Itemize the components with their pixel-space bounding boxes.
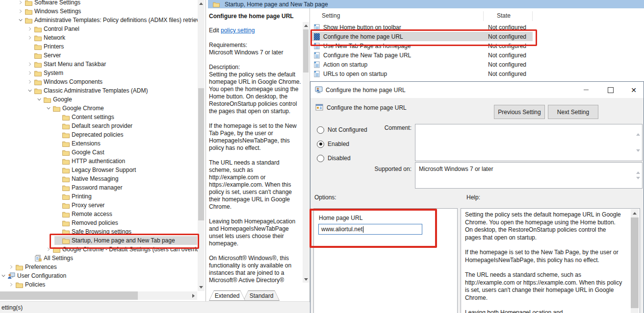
tree-item-label: Administrative Templates: Policy definit… (33, 17, 200, 24)
close-icon[interactable]: ✕ (624, 82, 643, 98)
column-divider[interactable] (532, 11, 533, 21)
tree-item[interactable]: Google (0, 95, 197, 104)
tree-item[interactable]: Windows Components (0, 77, 197, 86)
folder-icon (61, 193, 70, 200)
chevron-down-icon[interactable] (45, 106, 52, 111)
scroll-down-icon[interactable] (303, 276, 309, 283)
tree-item[interactable]: Password manager (0, 183, 197, 192)
tree-item[interactable]: Remote access (0, 210, 197, 218)
scrollbar-thumb[interactable] (303, 29, 309, 72)
policy-row[interactable]: Action on startupNot configured (310, 60, 644, 69)
tree-item[interactable]: Server (0, 51, 197, 60)
scroll-down-icon[interactable] (198, 284, 205, 291)
scroll-right-icon[interactable] (189, 291, 197, 300)
tree-item[interactable]: Extensions (0, 139, 197, 148)
next-setting-button[interactable]: Next Setting (548, 105, 598, 119)
comment-textarea[interactable] (415, 124, 643, 161)
tree-item[interactable]: Control Panel (0, 24, 197, 33)
tree-item[interactable]: Legacy Browser Support (0, 166, 197, 174)
tab-standard[interactable]: Standard (243, 290, 280, 301)
column-header-state[interactable]: State (497, 12, 511, 19)
tree-item[interactable]: Proxy server (0, 201, 197, 210)
tree-item[interactable]: All Settings (0, 254, 197, 263)
scrollbar-thumb[interactable] (0, 291, 138, 300)
policy-row[interactable]: Configure the home page URLNot configure… (310, 32, 644, 41)
tree-item[interactable]: Default search provider (0, 121, 197, 130)
scroll-up-icon[interactable] (303, 22, 309, 29)
chevron-right-icon[interactable] (45, 247, 52, 252)
radio-circle (317, 155, 324, 162)
chevron-down-icon[interactable] (26, 88, 33, 93)
tree-item[interactable]: System (0, 69, 197, 77)
scrollbar-thumb[interactable] (631, 217, 639, 308)
previous-setting-button[interactable]: Previous Setting (494, 105, 545, 119)
radio-disabled[interactable]: Disabled (317, 154, 351, 162)
tree-horizontal-scrollbar[interactable] (0, 291, 197, 300)
radio-enabled[interactable]: Enabled (317, 140, 349, 148)
tree-item[interactable]: Preferences (0, 263, 197, 271)
tree-item[interactable]: Start Menu and Taskbar (0, 60, 197, 69)
dialog-titlebar[interactable]: Configure the home page URL ✕ (310, 82, 644, 98)
chevron-right-icon[interactable] (26, 71, 33, 75)
maximize-icon[interactable] (601, 82, 620, 98)
chevron-down-icon[interactable] (36, 97, 43, 102)
chevron-right-icon[interactable] (8, 265, 15, 269)
tree-item[interactable]: Software Settings (0, 0, 197, 7)
policy-setting-dialog: Configure the home page URL ✕ Configure … (310, 81, 644, 313)
tree-item[interactable]: Google Chrome (0, 104, 197, 113)
tree-item[interactable]: Printers (0, 42, 197, 51)
setting-description: Edit policy setting Requirements: Micros… (209, 27, 302, 290)
selected-policy-icon (314, 33, 320, 40)
tab-extended[interactable]: Extended (209, 290, 245, 301)
scroll-up-icon[interactable] (636, 165, 640, 171)
help-scrollbar[interactable] (631, 209, 639, 313)
tree-item[interactable]: Network (0, 33, 197, 42)
tree-item[interactable]: Safe Browsing settings (0, 227, 197, 236)
tree-item-label: Deprecated policies (70, 131, 123, 138)
scroll-down-icon[interactable] (636, 152, 640, 159)
description-scrollbar[interactable] (303, 22, 309, 283)
chevron-right-icon[interactable] (8, 282, 15, 287)
tree-vertical-scrollbar[interactable] (198, 0, 205, 291)
chevron-right-icon[interactable] (17, 9, 24, 14)
tree-item[interactable]: Deprecated policies (0, 130, 197, 139)
policy-row[interactable]: Configure the New Tab page URLNot config… (310, 50, 644, 60)
chevron-right-icon[interactable] (26, 26, 33, 31)
policy-row[interactable]: Show Home button on toolbarNot configure… (310, 23, 644, 32)
tree-item[interactable]: Content settings (0, 113, 197, 121)
minimize-icon[interactable] (577, 82, 595, 98)
tree-item[interactable]: Removed policies (0, 218, 197, 227)
tree-item[interactable]: Startup, Home page and New Tab page (0, 236, 197, 245)
requirements-block: Requirements: Microsoft Windows 7 or lat… (209, 42, 302, 56)
tree-item[interactable]: Windows Settings (0, 7, 197, 16)
chevron-right-icon[interactable] (17, 0, 24, 5)
chevron-down-icon[interactable] (0, 273, 7, 278)
scrollbar-thumb[interactable] (198, 88, 204, 220)
policy-row[interactable]: URLs to open on startupNot configured (310, 69, 644, 78)
column-divider[interactable] (483, 11, 484, 21)
chevron-right-icon[interactable] (26, 62, 33, 67)
tree-item[interactable]: Native Messaging (0, 174, 197, 183)
scroll-down-icon[interactable] (636, 179, 640, 186)
chevron-right-icon[interactable] (26, 35, 33, 40)
tree-item[interactable]: User Configuration (0, 271, 197, 280)
scroll-up-icon[interactable] (631, 209, 639, 217)
scroll-up-icon[interactable] (198, 0, 205, 7)
column-header-setting[interactable]: Setting (322, 12, 340, 19)
tree-item[interactable]: Google Chrome - Default Settings (users … (0, 245, 197, 254)
tree-item[interactable]: Google Cast (0, 148, 197, 157)
scroll-up-icon[interactable] (636, 126, 640, 133)
tree-item[interactable]: Pref (0, 289, 197, 291)
chevron-right-icon[interactable] (26, 79, 33, 84)
folder-icon (61, 141, 70, 147)
tree-item[interactable]: Printing (0, 192, 197, 201)
chevron-down-icon[interactable] (17, 18, 24, 23)
tree-item[interactable]: Classic Administrative Templates (ADM) (0, 86, 197, 95)
folder-icon (61, 211, 70, 217)
policy-row[interactable]: Use New Tab Page as homepageNot configur… (310, 41, 644, 50)
home-page-url-input[interactable]: www.aliortul.net (318, 224, 422, 235)
tree-item[interactable]: Administrative Templates: Policy definit… (0, 16, 197, 24)
edit-policy-setting-link[interactable]: policy setting (221, 27, 255, 34)
tree-item[interactable]: HTTP authentication (0, 157, 197, 166)
tree-item[interactable]: Policies (0, 280, 197, 289)
